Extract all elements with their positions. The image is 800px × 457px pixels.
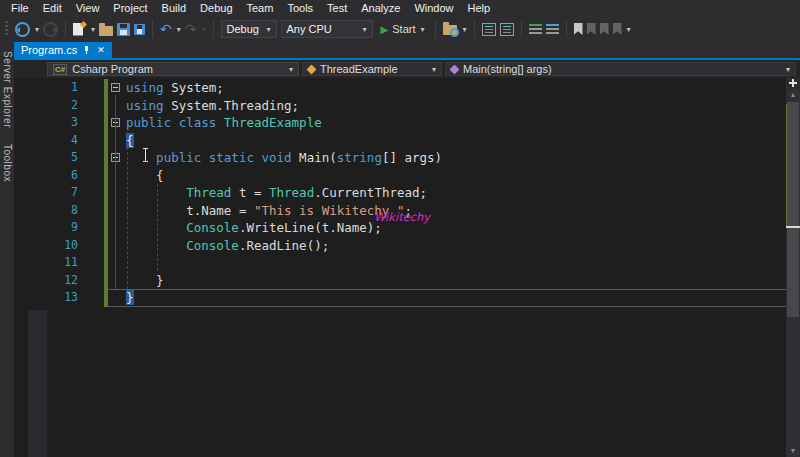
line-number[interactable]: 11	[14, 254, 84, 272]
code-line[interactable]: 5 public static void Main(string[] args)	[14, 149, 786, 167]
toolbar-grip[interactable]	[5, 21, 8, 37]
outlining-margin[interactable]	[108, 184, 126, 202]
line-number[interactable]: 7	[14, 184, 84, 202]
outlining-margin[interactable]	[108, 132, 126, 150]
code-line[interactable]: 2using System.Threading;	[14, 97, 786, 115]
code-line[interactable]: 1using System;	[14, 79, 786, 97]
menu-item-view[interactable]: View	[69, 0, 107, 16]
vertical-scrollbar[interactable]: ▲ ▼	[786, 78, 800, 457]
navigate-backward-dropdown-icon[interactable]: ▾	[35, 25, 39, 34]
find-dropdown-icon[interactable]: ▾	[462, 25, 466, 34]
menu-item-team[interactable]: Team	[240, 0, 281, 16]
platform-combo[interactable]: Any CPU ▾	[281, 20, 373, 38]
code-text: public static void Main(string[] args)	[126, 149, 442, 167]
scroll-up-icon[interactable]: ▲	[786, 89, 800, 101]
code-line[interactable]: 10 Console.ReadLine();	[14, 237, 786, 255]
selection-margin[interactable]	[84, 202, 104, 220]
line-number[interactable]: 13	[14, 289, 84, 307]
outlining-margin[interactable]	[108, 97, 126, 115]
outlining-margin[interactable]	[108, 272, 126, 290]
outlining-margin[interactable]	[108, 202, 126, 220]
selection-margin[interactable]	[84, 114, 104, 132]
start-dropdown-icon[interactable]: ▾	[420, 25, 424, 34]
code-text: public class ThreadExample	[126, 114, 322, 132]
comment-lines-icon[interactable]	[529, 24, 542, 34]
close-icon[interactable]: ✕	[97, 46, 105, 55]
pin-icon[interactable]	[83, 45, 91, 55]
outlining-margin[interactable]	[108, 149, 126, 167]
tab-program-cs[interactable]: Program.cs ✕	[14, 42, 112, 58]
save-all-icon[interactable]	[134, 24, 145, 35]
line-number[interactable]: 4	[14, 132, 84, 150]
side-tab-server-explorer[interactable]: Server Explorer	[2, 46, 13, 133]
line-number[interactable]: 5	[14, 149, 84, 167]
scroll-down-icon[interactable]: ▼	[786, 445, 800, 457]
code-editor[interactable]: 1using System;2using System.Threading;3p…	[14, 78, 800, 457]
line-number[interactable]: 10	[14, 237, 84, 255]
outlining-margin[interactable]	[108, 79, 126, 97]
menu-item-analyze[interactable]: Analyze	[354, 0, 407, 16]
menu-item-build[interactable]: Build	[155, 0, 193, 16]
navigate-backward-icon[interactable]	[15, 22, 30, 37]
line-number[interactable]: 3	[14, 114, 84, 132]
outlining-margin[interactable]	[108, 167, 126, 185]
line-number[interactable]: 1	[14, 79, 84, 97]
menu-item-edit[interactable]: Edit	[36, 0, 69, 16]
menu-item-help[interactable]: Help	[461, 0, 498, 16]
selection-margin[interactable]	[84, 254, 104, 272]
menu-item-window[interactable]: Window	[407, 0, 460, 16]
selection-margin[interactable]	[84, 132, 104, 150]
selection-margin[interactable]	[84, 184, 104, 202]
side-tab-toolbox[interactable]: Toolbox	[2, 139, 13, 187]
code-line[interactable]: 4{	[14, 132, 786, 150]
line-number[interactable]: 12	[14, 272, 84, 290]
save-icon[interactable]	[117, 23, 130, 36]
selection-margin[interactable]	[84, 289, 104, 307]
menu-item-tools[interactable]: Tools	[280, 0, 320, 16]
menu-item-file[interactable]: File	[4, 0, 36, 16]
code-line[interactable]: 7 Thread t = Thread.CurrentThread;	[14, 184, 786, 202]
scrollbar-thumb[interactable]	[787, 102, 799, 317]
toolbar-overflow-icon[interactable]: ▾	[627, 25, 631, 34]
undo-icon[interactable]: ↶	[160, 22, 172, 36]
line-number[interactable]: 6	[14, 167, 84, 185]
project-dropdown[interactable]: C# Csharp Program ▾	[47, 62, 299, 76]
browse-definition-icon[interactable]	[482, 23, 496, 36]
selection-margin[interactable]	[84, 97, 104, 115]
menu-item-project[interactable]: Project	[106, 0, 154, 16]
split-editor-handle[interactable]	[786, 78, 800, 89]
outlining-margin[interactable]	[108, 254, 126, 272]
code-line[interactable]: 11	[14, 254, 786, 272]
find-in-files-icon[interactable]	[443, 23, 457, 35]
type-dropdown[interactable]: ThreadExample ▾	[302, 62, 442, 76]
line-number[interactable]: 9	[14, 219, 84, 237]
debug-target-combo[interactable]: Debug ▾	[221, 20, 277, 38]
line-number[interactable]: 2	[14, 97, 84, 115]
line-number[interactable]: 8	[14, 202, 84, 220]
new-file-dropdown-icon[interactable]: ▾	[91, 25, 95, 34]
start-button[interactable]: ▶ Start ▾	[377, 19, 429, 39]
outlining-margin[interactable]	[108, 219, 126, 237]
member-dropdown[interactable]: Main(string[] args) ▾	[445, 62, 796, 76]
view-hierarchy-icon[interactable]	[500, 23, 514, 36]
code-line[interactable]: 6 {	[14, 167, 786, 185]
selection-margin[interactable]	[84, 272, 104, 290]
selection-margin[interactable]	[84, 149, 104, 167]
chevron-down-icon: ▾	[786, 65, 790, 74]
code-line[interactable]: 12 }	[14, 272, 786, 290]
selection-margin[interactable]	[84, 219, 104, 237]
toggle-bookmark-icon[interactable]	[574, 23, 583, 35]
selection-margin[interactable]	[84, 79, 104, 97]
menu-item-debug[interactable]: Debug	[193, 0, 239, 16]
code-line[interactable]: 3public class ThreadExample	[14, 114, 786, 132]
menu-item-test[interactable]: Test	[320, 0, 354, 16]
uncomment-lines-icon[interactable]	[546, 24, 559, 34]
collapse-icon[interactable]	[111, 83, 120, 92]
outlining-margin[interactable]	[108, 114, 126, 132]
outlining-margin[interactable]	[108, 237, 126, 255]
selection-margin[interactable]	[84, 237, 104, 255]
code-line[interactable]: 13}	[14, 289, 786, 307]
undo-dropdown-icon[interactable]: ▾	[177, 25, 181, 34]
open-file-icon[interactable]	[99, 26, 113, 36]
selection-margin[interactable]	[84, 167, 104, 185]
